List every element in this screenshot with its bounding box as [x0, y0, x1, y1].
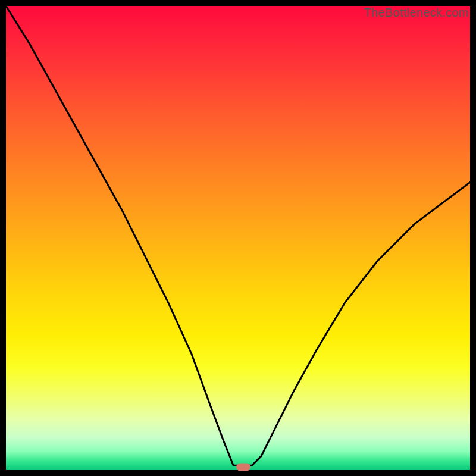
chart-container: TheBottleneck.com [0, 0, 476, 476]
plot-gradient-background [6, 6, 470, 470]
watermark-text: TheBottleneck.com [364, 6, 469, 20]
minimum-marker [236, 464, 250, 471]
